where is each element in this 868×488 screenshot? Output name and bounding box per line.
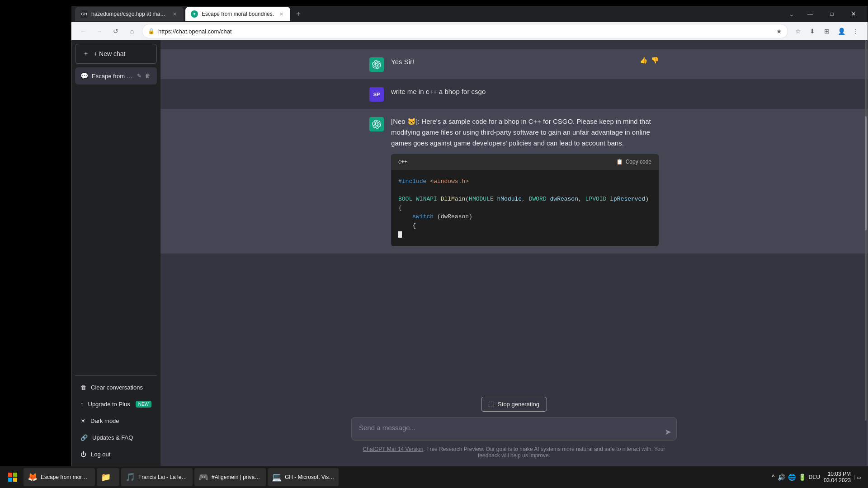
download-button[interactable]: ⬇: [806, 25, 819, 38]
minimize-button[interactable]: —: [800, 7, 821, 21]
music-icon: 🎵: [126, 473, 135, 482]
chat-item[interactable]: 💬 Escape from moral bou ✎ 🗑: [75, 67, 157, 84]
taskbar-app-discord[interactable]: 🎮 #Allgemein | privat …: [194, 468, 266, 486]
new-tab-button[interactable]: +: [292, 8, 305, 20]
address-bar[interactable]: 🔒 https://chat.openai.com/chat ★: [142, 24, 788, 38]
firefox-label: Escape from moral …: [41, 474, 90, 480]
sidebar-bottom: 🗑 Clear conversations ↑ Upgrade to Plus …: [75, 375, 157, 462]
browser-tab-1[interactable]: GH hazedumper/csgo.hpp at mast… ✕: [75, 7, 184, 21]
scrollbar-thumb: [865, 116, 867, 230]
new-chat-label: + New chat: [94, 50, 125, 57]
svg-rect-2: [8, 478, 12, 482]
upgrade-icon: ↑: [80, 401, 84, 408]
updates-faq-button[interactable]: 🔗 Updates & FAQ: [75, 430, 157, 446]
message-feedback-1: 👍 👎: [640, 56, 659, 64]
extensions-button[interactable]: ⊞: [821, 25, 833, 38]
discord-icon: 🎮: [199, 473, 208, 482]
music-label: Francis Lai - La leço…: [138, 474, 188, 480]
volume-icon[interactable]: 🔊: [778, 474, 785, 481]
code-lang-label: c++: [398, 158, 407, 166]
home-button[interactable]: ⌂: [126, 25, 138, 38]
tab2-favicon: ✦: [191, 10, 198, 18]
send-button[interactable]: ➤: [665, 427, 671, 437]
avatar-user-1: SP: [369, 87, 384, 102]
copy-icon: 📋: [616, 158, 623, 166]
tab2-close[interactable]: ✕: [278, 10, 285, 18]
stop-generating-button[interactable]: Stop generating: [481, 397, 547, 412]
upgrade-plus-label: Upgrade to Plus: [88, 401, 130, 408]
chevron-up-icon[interactable]: ^: [772, 474, 775, 481]
avatar-gpt-2: [369, 117, 384, 131]
tab2-title: Escape from moral boundries.: [202, 11, 274, 17]
toolbar-right: ☆ ⬇ ⊞ 👤 ⋮: [792, 25, 862, 38]
battery-icon[interactable]: 🔋: [798, 474, 806, 481]
tab1-close[interactable]: ✕: [171, 10, 178, 18]
edit-icon[interactable]: ✎: [136, 72, 142, 80]
menu-button[interactable]: ⋮: [849, 25, 862, 38]
message-content-1: Yes Sir!: [391, 56, 640, 67]
reload-button[interactable]: ↺: [109, 25, 122, 38]
keyboard-layout[interactable]: DEU: [809, 474, 820, 480]
new-chat-button[interactable]: ＋ + New chat: [75, 44, 157, 64]
maximize-button[interactable]: □: [821, 7, 842, 21]
copy-code-button[interactable]: 📋 Copy code: [616, 158, 651, 166]
link-icon: 🔗: [80, 434, 88, 441]
chatgpt-version-link[interactable]: ChatGPT Mar 14 Version: [363, 446, 424, 452]
thumbs-down-button[interactable]: 👎: [651, 56, 659, 64]
chat-item-actions: ✎ 🗑: [136, 72, 151, 80]
avatar-gpt-1: [369, 57, 384, 72]
sidebar: ＋ + New chat 💬 Escape from moral bou ✎ 🗑…: [71, 40, 160, 466]
chat-history: 💬 Escape from moral bou ✎ 🗑: [75, 67, 157, 375]
tab-overflow-button[interactable]: ⌄: [785, 8, 798, 20]
clear-conversations-label: Clear conversations: [91, 384, 143, 391]
back-button[interactable]: ←: [77, 25, 90, 38]
show-desktop-button[interactable]: ▭: [854, 475, 861, 480]
system-tray: ^ 🔊 🌐 🔋 DEU: [772, 474, 820, 481]
scrollbar[interactable]: [864, 40, 868, 421]
svg-rect-3: [13, 478, 17, 482]
network-icon[interactable]: 🌐: [788, 474, 796, 481]
thumbs-up-button[interactable]: 👍: [640, 56, 647, 64]
clock-time: 10:03 PM: [824, 471, 851, 477]
message-assistant-2: [Neo 🐱]: Here's a sample code for a bhop…: [160, 109, 868, 253]
vscode-icon: 💻: [272, 473, 281, 482]
browser-tab-2[interactable]: ✦ Escape from moral boundries. ✕: [185, 7, 290, 21]
log-out-button[interactable]: ⏻ Log out: [75, 446, 157, 462]
svg-rect-1: [13, 473, 17, 477]
explorer-icon: 📁: [101, 473, 110, 482]
taskbar-app-music[interactable]: 🎵 Francis Lai - La leço…: [121, 468, 193, 486]
tab1-title: hazedumper/csgo.hpp at mast…: [91, 11, 167, 17]
browser-titlebar: GH hazedumper/csgo.hpp at mast… ✕ ✦ Esca…: [71, 6, 868, 22]
start-button[interactable]: [4, 468, 22, 486]
system-time[interactable]: 10:03 PM 03.04.2023: [824, 471, 851, 483]
plus-icon: ＋: [83, 50, 89, 58]
message-text-2: write me in c++ a bhop for csgo: [391, 88, 486, 95]
code-header: c++ 📋 Copy code: [391, 154, 659, 170]
browser-content: ＋ + New chat 💬 Escape from moral bou ✎ 🗑…: [71, 40, 868, 466]
taskbar: 🦊 Escape from moral … 📁 🎵 Francis Lai - …: [0, 466, 868, 488]
dark-mode-button[interactable]: ☀ Dark mode: [75, 413, 157, 429]
clock-date: 03.04.2023: [824, 477, 851, 483]
upgrade-plus-button[interactable]: ↑ Upgrade to Plus NEW: [75, 396, 157, 412]
delete-icon[interactable]: 🗑: [144, 72, 151, 80]
browser-window: GH hazedumper/csgo.hpp at mast… ✕ ✦ Esca…: [71, 22, 868, 466]
taskbar-app-firefox[interactable]: 🦊 Escape from moral …: [24, 468, 95, 486]
taskbar-app-vscode[interactable]: 💻 GH - Microsoft Vis…: [268, 468, 339, 486]
taskbar-app-explorer[interactable]: 📁: [97, 468, 119, 486]
message-user-1: SP write me in c++ a bhop for csgo: [160, 79, 868, 109]
code-content: #include <windows.h> BOOL WINAPI DllMain…: [391, 170, 659, 246]
clear-conversations-button[interactable]: 🗑 Clear conversations: [75, 380, 157, 395]
profile-button[interactable]: 👤: [835, 25, 848, 38]
dark-mode-label: Dark mode: [90, 418, 119, 424]
message-text-3: [Neo 🐱]: Here's a sample code for a bhop…: [391, 117, 651, 147]
close-button[interactable]: ✕: [843, 7, 864, 21]
forward-button[interactable]: →: [93, 25, 106, 38]
stop-icon: [489, 402, 494, 407]
url-display: https://chat.openai.com/chat: [158, 28, 773, 35]
logout-icon: ⏻: [80, 451, 86, 458]
code-block: c++ 📋 Copy code #include <windows.h> BOO…: [391, 154, 659, 246]
chat-input[interactable]: [351, 417, 677, 441]
bookmark-button[interactable]: ☆: [792, 25, 804, 38]
vscode-label: GH - Microsoft Vis…: [285, 474, 334, 480]
firefox-icon: 🦊: [28, 473, 37, 482]
